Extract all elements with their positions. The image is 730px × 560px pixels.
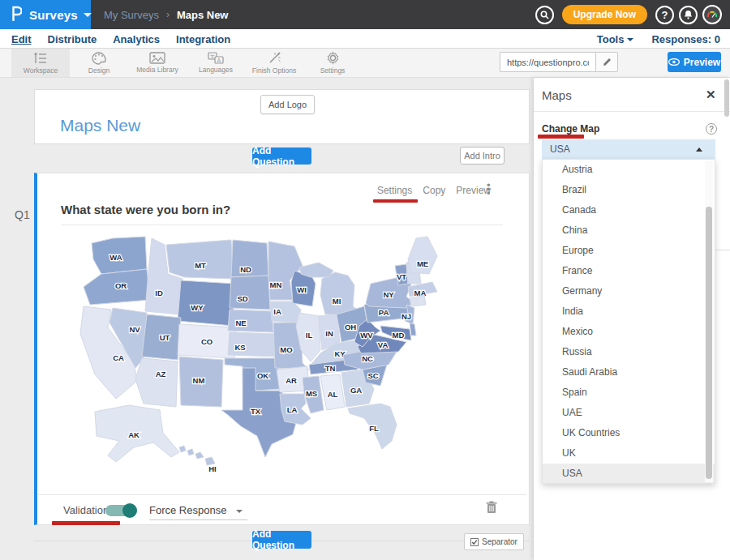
map-option-usa[interactable]: USA <box>543 464 715 484</box>
toolbar-item-workspace[interactable]: Workspace <box>11 49 70 77</box>
breadcrumb-my-surveys[interactable]: My Surveys <box>104 9 159 21</box>
map-option-canada[interactable]: Canada <box>543 200 715 220</box>
state-hi[interactable] <box>179 446 186 452</box>
notifications-bell-icon[interactable] <box>679 6 698 24</box>
survey-url-input[interactable] <box>500 52 595 72</box>
question-action-copy[interactable]: Copy <box>423 185 445 196</box>
map-option-austria[interactable]: Austria <box>543 160 715 180</box>
map-option-india[interactable]: India <box>543 301 715 322</box>
state-me[interactable] <box>408 237 437 274</box>
product-switcher[interactable]: Surveys <box>0 0 91 29</box>
state-label-fl: FL <box>369 424 379 433</box>
toolbar-item-design[interactable]: Design <box>70 49 128 77</box>
edit-url-pencil-icon[interactable] <box>595 52 618 72</box>
help-circle-icon[interactable]: ? <box>706 123 717 135</box>
toolbar-item-finish-options[interactable]: Finish Options <box>245 49 303 77</box>
map-option-uae[interactable]: UAE <box>543 403 715 423</box>
finish-options-icon <box>268 51 281 65</box>
add-question-button-top[interactable]: Add Question <box>252 147 311 165</box>
tab-distribute[interactable]: Distribute <box>48 33 97 45</box>
panel-background-divider <box>715 250 730 250</box>
state-az[interactable] <box>135 358 178 407</box>
delete-question-trash-icon[interactable] <box>486 501 497 517</box>
dropdown-scrollbar-thumb[interactable] <box>706 207 712 479</box>
help-button[interactable]: ? <box>655 6 674 24</box>
state-label-ut: UT <box>160 333 170 342</box>
state-label-sc: SC <box>367 371 378 380</box>
close-icon[interactable]: ✕ <box>706 88 716 102</box>
brand-label: Surveys <box>29 8 78 22</box>
state-label-wi: WI <box>297 285 307 294</box>
state-label-mi: MI <box>333 297 341 306</box>
chevron-down-icon <box>236 510 243 513</box>
map-option-germany[interactable]: Germany <box>543 281 715 301</box>
state-hi[interactable] <box>187 449 194 455</box>
toolbar-item-label: Design <box>88 66 110 75</box>
toolbar-item-media-library[interactable]: Media Library <box>128 49 187 77</box>
toolbar-item-languages[interactable]: 文ALanguages <box>187 49 245 77</box>
tab-analytics[interactable]: Analytics <box>113 33 160 45</box>
state-hi[interactable] <box>195 452 204 459</box>
survey-title[interactable]: Maps New <box>60 116 140 135</box>
map-option-spain[interactable]: Spain <box>543 383 715 403</box>
page-scrollbar-thumb[interactable] <box>724 79 729 117</box>
tools-menu[interactable]: Tools <box>597 33 634 45</box>
questionpro-survey-editor: Surveys My Surveys › Maps New Upgrade No… <box>0 0 730 560</box>
languages-icon: 文A <box>208 52 224 64</box>
state-label-ga: GA <box>350 386 362 395</box>
add-logo-button[interactable]: Add Logo <box>260 95 315 114</box>
tab-edit[interactable]: Edit <box>11 33 32 45</box>
separator-button[interactable]: Separator <box>464 533 524 550</box>
map-option-brazil[interactable]: Brazil <box>543 180 715 200</box>
annotation-underline-validation <box>52 521 120 525</box>
map-option-uk[interactable]: UK <box>543 443 715 464</box>
state-label-nc: NC <box>362 354 373 363</box>
validation-label: Validation <box>63 504 109 516</box>
map-option-russia[interactable]: Russia <box>543 342 715 362</box>
state-label-hi: HI <box>208 464 217 473</box>
map-option-france[interactable]: France <box>543 261 715 281</box>
search-icon[interactable] <box>535 6 554 24</box>
map-option-saudi-arabia[interactable]: Saudi Arabia <box>543 362 715 383</box>
validation-toggle[interactable] <box>105 505 136 516</box>
toolbar-item-label: Languages <box>199 66 233 74</box>
question-text[interactable]: What state were you born in? <box>61 203 230 216</box>
map-option-europe[interactable]: Europe <box>543 241 715 261</box>
state-label-in: IN <box>325 329 333 338</box>
state-ct[interactable] <box>410 295 426 306</box>
state-mi[interactable] <box>320 272 359 314</box>
map-option-mexico[interactable]: Mexico <box>543 322 715 342</box>
section-tabs: EditDistributeAnalyticsIntegration <box>11 29 230 49</box>
account-gauge-avatar[interactable] <box>702 5 722 24</box>
map-option-uk-countries[interactable]: UK Countries <box>543 423 715 443</box>
state-wy[interactable] <box>178 280 234 326</box>
usa-map[interactable]: WAORCANVIDMTWYUTAZCONMNDSDNEKSOKTXMNIAMO… <box>61 235 515 488</box>
toolbar-item-label: Finish Options <box>252 66 296 75</box>
tab-integration[interactable]: Integration <box>176 33 230 45</box>
toolbar-item-settings[interactable]: Settings <box>303 49 362 77</box>
question-actions: SettingsCopyPreview <box>0 185 530 196</box>
add-intro-button[interactable]: Add Intro <box>460 147 505 165</box>
state-label-nd: ND <box>240 265 251 274</box>
state-sd[interactable] <box>230 276 270 310</box>
state-mt[interactable] <box>166 240 233 279</box>
checkbox-checked-icon <box>470 538 479 546</box>
state-label-vt: VT <box>397 272 406 281</box>
toolbar-item-label: Workspace <box>24 66 58 75</box>
state-label-id: ID <box>155 289 163 297</box>
state-miup[interactable] <box>299 263 333 277</box>
more-options-icon[interactable]: ••• <box>487 183 490 195</box>
add-question-button-bottom[interactable]: Add Question <box>252 531 311 549</box>
question-action-preview[interactable]: Preview <box>456 185 491 196</box>
state-label-ia: IA <box>273 307 281 316</box>
responses-count[interactable]: Responses: 0 <box>651 33 720 45</box>
question-action-settings[interactable]: Settings <box>377 185 412 196</box>
state-ne[interactable] <box>228 310 273 332</box>
state-label-va: VA <box>378 340 389 349</box>
force-response-dropdown[interactable]: Force Response <box>149 504 247 520</box>
map-option-china[interactable]: China <box>543 220 715 241</box>
upgrade-now-button[interactable]: Upgrade Now <box>562 5 647 24</box>
map-select[interactable]: USA <box>542 139 715 159</box>
question-number: Q1 <box>15 208 30 221</box>
preview-button[interactable]: Preview <box>668 52 721 72</box>
